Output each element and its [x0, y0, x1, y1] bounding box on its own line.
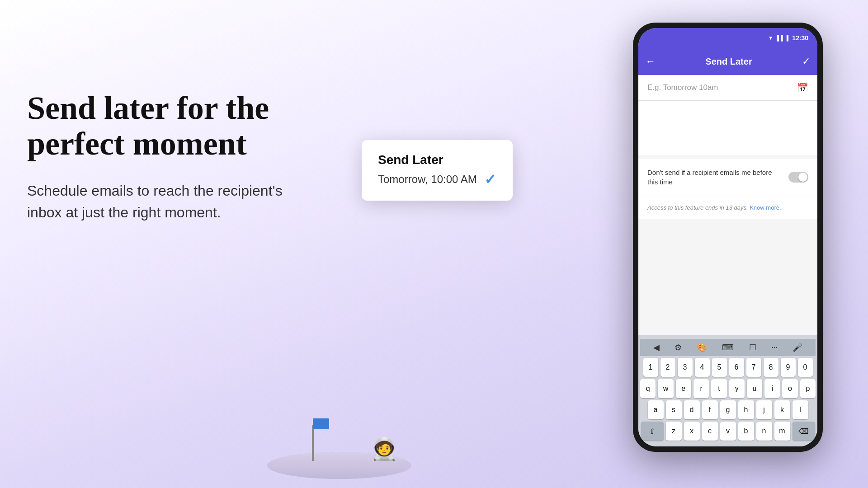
- keyboard-area: ◀ ⚙ 🎨 ⌨ ☐ ··· 🎤 1 2 3 4 5 6 7: [638, 335, 817, 446]
- signal-icon: ▐▐: [775, 35, 783, 42]
- kb-theme-btn[interactable]: 🎨: [697, 343, 707, 352]
- calendar-icon[interactable]: 📅: [797, 82, 808, 93]
- key-n[interactable]: n: [756, 422, 772, 441]
- tooltip-body: Tomorrow, 10:00 AM ✓: [378, 171, 496, 188]
- send-later-tooltip: Send Later Tomorrow, 10:00 AM ✓: [362, 140, 513, 201]
- phone-outer: ▼ ▐▐ ▐ 12:30 ← Send Later ✓ E.g. Tomorro…: [633, 23, 823, 452]
- key-b[interactable]: b: [738, 422, 754, 441]
- battery-icon: ▐: [785, 35, 789, 42]
- left-content-area: Send later for the perfect moment Schedu…: [27, 90, 344, 223]
- key-2[interactable]: 2: [660, 358, 675, 377]
- status-icons: ▼ ▐▐ ▐: [768, 35, 788, 42]
- key-w[interactable]: w: [658, 379, 673, 398]
- time-input-row: E.g. Tomorrow 10am 📅: [638, 75, 817, 101]
- key-v[interactable]: v: [720, 422, 736, 441]
- app-bar: ← Send Later ✓: [638, 48, 817, 75]
- key-s[interactable]: s: [666, 400, 682, 419]
- key-x[interactable]: x: [684, 422, 700, 441]
- phone-mockup: ▼ ▐▐ ▐ 12:30 ← Send Later ✓ E.g. Tomorro…: [633, 23, 823, 452]
- key-f[interactable]: f: [702, 400, 718, 419]
- key-l[interactable]: l: [793, 400, 808, 419]
- status-bar: ▼ ▐▐ ▐ 12:30: [638, 28, 817, 48]
- key-u[interactable]: u: [747, 379, 762, 398]
- key-e[interactable]: e: [676, 379, 691, 398]
- kb-more-btn[interactable]: ···: [771, 343, 778, 352]
- key-a[interactable]: a: [648, 400, 664, 419]
- key-4[interactable]: 4: [695, 358, 710, 377]
- key-m[interactable]: m: [774, 422, 790, 441]
- illustration-area: 🧑‍🚀: [249, 352, 429, 488]
- key-j[interactable]: j: [756, 400, 772, 419]
- wifi-icon: ▼: [768, 35, 774, 42]
- phone-inner: ▼ ▐▐ ▐ 12:30 ← Send Later ✓ E.g. Tomorro…: [638, 28, 817, 446]
- key-9[interactable]: 9: [781, 358, 796, 377]
- kb-settings-btn[interactable]: ⚙: [675, 343, 682, 352]
- access-notice-text: Access to this feature ends in 13 days. …: [647, 204, 781, 211]
- key-z[interactable]: z: [666, 422, 682, 441]
- keyboard-toolbar: ◀ ⚙ 🎨 ⌨ ☐ ··· 🎤: [640, 339, 816, 356]
- key-k[interactable]: k: [774, 400, 790, 419]
- key-shift[interactable]: ⇧: [641, 422, 664, 441]
- key-8[interactable]: 8: [764, 358, 778, 377]
- key-y[interactable]: y: [729, 379, 745, 398]
- dont-send-toggle[interactable]: [788, 172, 808, 183]
- app-bar-title: Send Later: [661, 56, 797, 67]
- key-7[interactable]: 7: [746, 358, 761, 377]
- key-q[interactable]: q: [640, 379, 656, 398]
- tooltip-title: Send Later: [378, 153, 496, 167]
- key-h[interactable]: h: [738, 400, 754, 419]
- key-backspace[interactable]: ⌫: [793, 422, 815, 441]
- key-g[interactable]: g: [720, 400, 736, 419]
- key-o[interactable]: o: [782, 379, 797, 398]
- time-input-placeholder[interactable]: E.g. Tomorrow 10am: [647, 83, 797, 92]
- confirm-button[interactable]: ✓: [802, 56, 810, 67]
- keyboard-qwerty-row: q w e r t y u i o p: [640, 379, 816, 398]
- key-1[interactable]: 1: [643, 358, 658, 377]
- astronaut-icon: 🧑‍🚀: [371, 436, 398, 462]
- key-5[interactable]: 5: [712, 358, 727, 377]
- toggle-label: Don't send if a recipient emails me befo…: [647, 168, 781, 187]
- flag-pole: [312, 425, 314, 461]
- key-c[interactable]: c: [702, 422, 718, 441]
- status-time: 12:30: [792, 34, 808, 42]
- key-3[interactable]: 3: [678, 358, 693, 377]
- back-button[interactable]: ←: [646, 56, 656, 67]
- access-notice: Access to this feature ends in 13 days. …: [638, 196, 817, 219]
- key-p[interactable]: p: [800, 379, 816, 398]
- tooltip-time: Tomorrow, 10:00 AM: [378, 173, 477, 186]
- keyboard-number-row: 1 2 3 4 5 6 7 8 9 0: [640, 358, 816, 377]
- key-6[interactable]: 6: [729, 358, 744, 377]
- tooltip-checkmark: ✓: [484, 171, 496, 188]
- kb-clipboard-btn[interactable]: ☐: [749, 343, 756, 352]
- keyboard-asdf-row: a s d f g h j k l: [640, 400, 816, 419]
- kb-keyboard-btn[interactable]: ⌨: [722, 343, 734, 352]
- key-r[interactable]: r: [693, 379, 709, 398]
- main-heading: Send later for the perfect moment: [27, 90, 344, 162]
- sub-heading: Schedule emails to reach the recipient's…: [27, 180, 289, 223]
- kb-mic-btn[interactable]: 🎤: [793, 343, 802, 352]
- key-0[interactable]: 0: [798, 358, 813, 377]
- spacer-area: [638, 101, 817, 155]
- toggle-knob: [798, 173, 807, 182]
- key-d[interactable]: d: [684, 400, 700, 419]
- key-i[interactable]: i: [764, 379, 780, 398]
- flag: [313, 418, 329, 429]
- know-more-link[interactable]: Know more.: [750, 204, 781, 211]
- toggle-row: Don't send if a recipient emails me befo…: [638, 159, 817, 196]
- keyboard-zxcv-row: ⇧ z x c v b n m ⌫: [640, 422, 816, 441]
- kb-back-btn[interactable]: ◀: [653, 343, 660, 352]
- key-t[interactable]: t: [711, 379, 726, 398]
